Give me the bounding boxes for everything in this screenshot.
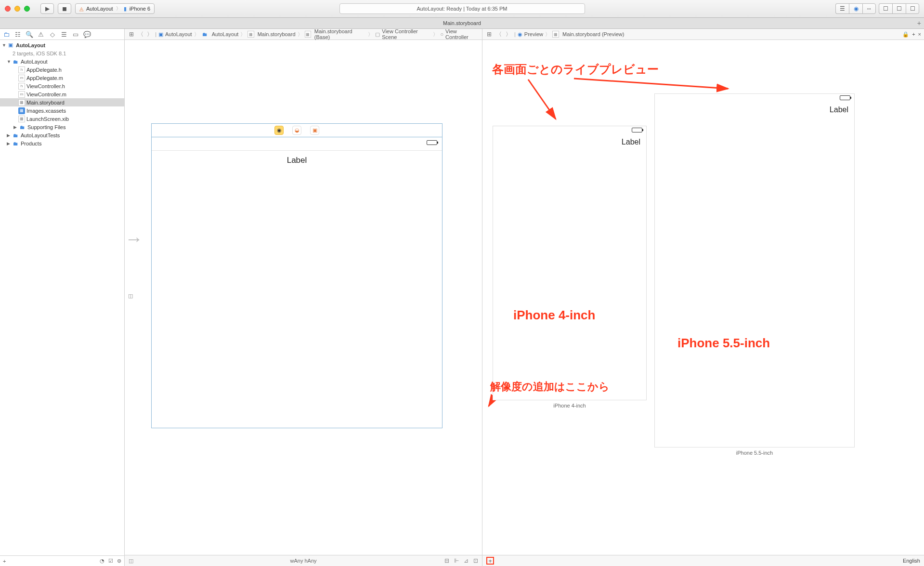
resizing-button[interactable]: ⊡ <box>473 557 478 564</box>
size-class-bar: ◫ wAny hAny ⊟ ⊩ ⊿ ⊡ <box>125 555 482 566</box>
minimize-button[interactable] <box>14 6 20 12</box>
document-outline-toggle[interactable]: ◫ <box>128 293 133 303</box>
preview-label: Label <box>493 135 646 146</box>
preview-device-4inch[interactable]: Label iPhone 4-inch <box>493 126 647 400</box>
editor-area: ⊞ 〈 〉 | ▣ AutoLayout 〉 🖿 AutoLayout 〉 ▦ … <box>125 29 924 566</box>
jump-path[interactable]: Main.storyboard (Base) <box>314 28 366 40</box>
related-items-icon[interactable]: ⊞ <box>128 30 135 38</box>
debug-navigator-icon[interactable]: ☰ <box>60 30 68 39</box>
add-preview-device-button[interactable]: + <box>486 557 494 565</box>
file-row-selected[interactable]: ▦Main.storyboard <box>0 98 124 106</box>
group-autolayout[interactable]: ▼🖿 AutoLayout <box>0 57 124 66</box>
assistant-editor-button[interactable]: ◉ <box>849 3 862 14</box>
primary-editor: ⊞ 〈 〉 | ▣ AutoLayout 〉 🖿 AutoLayout 〉 ▦ … <box>125 29 482 566</box>
preview-canvas[interactable]: 各画面ごとのライブプレビュー Label iPhone 4-inch <box>482 40 924 555</box>
tab-bar: Main.storyboard + <box>0 18 924 29</box>
entry-point-arrow: → <box>125 229 143 250</box>
scheme-selector[interactable]: ◬ AutoLayout 〉 ▮ iPhone 6 <box>75 3 155 14</box>
issue-navigator-icon[interactable]: ⚠ <box>37 30 45 39</box>
jump-path[interactable]: Main.storyboard (Preview) <box>562 31 624 37</box>
find-navigator-icon[interactable]: 🔍 <box>25 30 34 39</box>
filter-icon[interactable]: ⊜ <box>117 558 121 564</box>
project-subtitle: 2 targets, iOS SDK 8.1 <box>0 49 124 57</box>
pin-button[interactable]: ⊩ <box>454 557 459 564</box>
version-editor-button[interactable]: ↔ <box>862 3 876 14</box>
jump-path[interactable]: AutoLayout <box>165 31 192 37</box>
tab-title[interactable]: Main.storyboard <box>443 20 481 26</box>
ib-canvas[interactable]: → ◉ ◒ ▣ Label ◫ <box>125 40 482 555</box>
stop-button[interactable]: ◼ <box>58 3 71 14</box>
file-row[interactable]: hAppDelegate.h <box>0 66 124 74</box>
toggle-debug-button[interactable]: ☐ <box>892 3 906 14</box>
forward-button[interactable]: 〉 <box>505 30 512 38</box>
navigator-selector: 🗀 ☷ 🔍 ⚠ ◇ ☰ ▭ 💬 <box>0 29 124 40</box>
project-tree: ▼ ▣ AutoLayout 2 targets, iOS SDK 8.1 ▼🖿… <box>0 40 124 555</box>
group-supporting[interactable]: ▶🖿Supporting Files <box>0 123 124 131</box>
preview-device-55inch[interactable]: Label iPhone 5.5-inch <box>654 93 855 448</box>
align-button[interactable]: ⊟ <box>444 557 449 564</box>
add-assistant-button[interactable]: + <box>912 31 915 38</box>
jump-path[interactable]: View Controller Scene <box>382 28 431 40</box>
toolbar-right: ☰ ◉ ↔ ☐ ☐ ☐ <box>835 3 919 14</box>
preview-caption: iPhone 4-inch <box>493 403 646 408</box>
back-button[interactable]: 〈 <box>495 30 503 38</box>
symbol-navigator-icon[interactable]: ☷ <box>13 30 22 39</box>
file-row[interactable]: ▦LaunchScreen.xib <box>0 115 124 123</box>
jump-path[interactable]: Preview <box>524 31 543 37</box>
preview-language[interactable]: English <box>903 558 920 564</box>
file-row[interactable]: hViewController.h <box>0 82 124 90</box>
report-navigator-icon[interactable]: 💬 <box>83 30 91 39</box>
project-root[interactable]: ▼ ▣ AutoLayout <box>0 41 124 49</box>
jump-path[interactable]: AutoLayout <box>212 31 239 37</box>
chevron-right-icon: 〉 <box>116 5 121 12</box>
view-controller-scene[interactable]: ◉ ◒ ▣ Label <box>151 123 442 428</box>
resolve-button[interactable]: ⊿ <box>464 557 469 564</box>
scm-filter-icon[interactable]: ☑ <box>108 558 113 564</box>
main-split: 🗀 ☷ 🔍 ⚠ ◇ ☰ ▭ 💬 ▼ ▣ AutoLayout 2 targets… <box>0 29 924 566</box>
navigator-filter-bar: + ◔ ☑ ⊜ <box>0 555 124 566</box>
exit-icon[interactable]: ▣ <box>310 126 319 135</box>
jump-path[interactable]: View Controller <box>445 28 479 40</box>
file-row[interactable]: mViewController.m <box>0 90 124 98</box>
project-navigator-icon[interactable]: 🗀 <box>2 30 11 39</box>
status-text: AutoLayout: Ready | Today at 6:35 PM <box>417 6 508 12</box>
jump-bar[interactable]: ⊞ 〈 〉 | ▣ AutoLayout 〉 🖿 AutoLayout 〉 ▦ … <box>125 29 482 40</box>
toggle-utilities-button[interactable]: ☐ <box>906 3 919 14</box>
navigator-panel: 🗀 ☷ 🔍 ⚠ ◇ ☰ ▭ 💬 ▼ ▣ AutoLayout 2 targets… <box>0 29 125 566</box>
toggle-navigator-button[interactable]: ☐ <box>879 3 892 14</box>
assistant-jump-bar[interactable]: ⊞ 〈 〉 | ◉ Preview 〉 ▦ Main.storyboard (P… <box>482 29 924 40</box>
first-responder-icon[interactable]: ◒ <box>292 126 301 135</box>
breakpoint-navigator-icon[interactable]: ▭ <box>71 30 80 39</box>
file-row[interactable]: mAppDelegate.m <box>0 74 124 82</box>
standard-editor-button[interactable]: ☰ <box>835 3 849 14</box>
view-controller-icon[interactable]: ◉ <box>274 126 284 135</box>
battery-icon <box>840 95 850 100</box>
forward-button[interactable]: 〉 <box>146 30 153 38</box>
recent-filter-icon[interactable]: ◔ <box>100 558 104 564</box>
group-tests[interactable]: ▶🖿AutoLayoutTests <box>0 131 124 139</box>
activity-status-bar: AutoLayout: Ready | Today at 6:35 PM <box>339 3 585 14</box>
jump-path[interactable]: Main.storyboard <box>258 31 296 37</box>
outline-toggle-icon[interactable]: ◫ <box>129 558 133 564</box>
close-button[interactable] <box>5 6 11 12</box>
label-control[interactable]: Label <box>287 156 307 165</box>
add-button[interactable]: + <box>3 558 6 564</box>
related-items-icon[interactable]: ⊞ <box>485 30 493 38</box>
size-class-label[interactable]: wAny hAny <box>290 558 316 564</box>
svg-line-0 <box>528 79 556 119</box>
maximize-button[interactable] <box>24 6 30 12</box>
run-button[interactable]: ▶ <box>40 3 54 14</box>
test-navigator-icon[interactable]: ◇ <box>48 30 57 39</box>
back-button[interactable]: 〈 <box>137 30 144 38</box>
annotation-live-preview: 各画面ごとのライブプレビュー <box>492 62 659 77</box>
add-tab-button[interactable]: + <box>917 19 921 27</box>
lock-icon[interactable]: 🔒 <box>902 31 909 38</box>
preview-bottom-bar: + English <box>482 555 924 566</box>
svg-line-1 <box>574 79 728 89</box>
annotation-iphone55: iPhone 5.5-inch <box>677 336 770 351</box>
close-assistant-button[interactable]: × <box>918 31 921 38</box>
group-products[interactable]: ▶🖿Products <box>0 139 124 147</box>
preview-caption: iPhone 5.5-inch <box>655 450 854 456</box>
file-row[interactable]: ▦Images.xcassets <box>0 106 124 115</box>
scheme-target: AutoLayout <box>86 6 113 12</box>
